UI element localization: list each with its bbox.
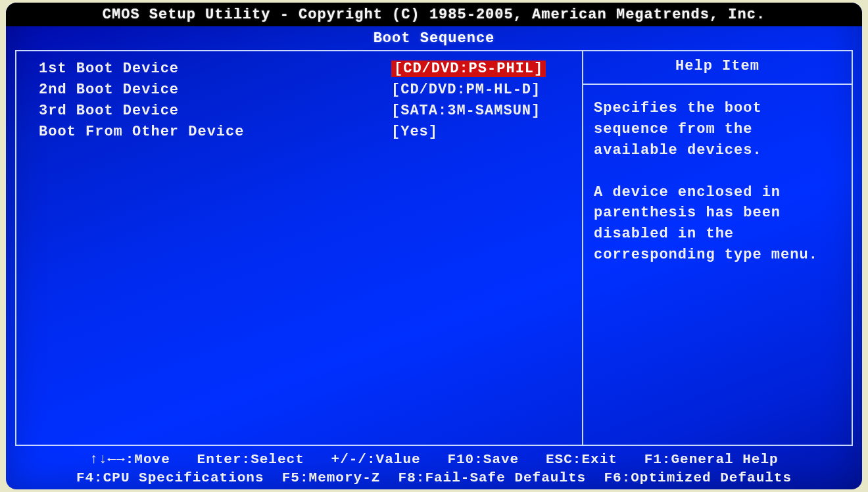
boot-from-other[interactable]: Boot From Other Device [Yes] — [39, 121, 575, 142]
boot-device-3[interactable]: 3rd Boot Device [SATA:3M-SAMSUN] — [39, 100, 575, 121]
title-text: CMOS Setup Utility - Copyright (C) 1985-… — [103, 7, 765, 23]
boot-device-2-label: 2nd Boot Device — [39, 82, 391, 98]
bios-screen: CMOS Setup Utility - Copyright (C) 1985-… — [6, 3, 862, 489]
key-legend-line-2: F4:CPU Specifications F5:Memory-Z F8:Fai… — [6, 469, 862, 487]
boot-device-2[interactable]: 2nd Boot Device [CD/DVD:PM-HL-D] — [39, 79, 575, 100]
boot-from-other-value: [Yes] — [391, 124, 438, 140]
help-body: Specifies the boot sequence from the ava… — [583, 85, 852, 276]
boot-from-other-label: Boot From Other Device — [39, 124, 391, 140]
boot-device-1-value: [CD/DVD:PS-PHIL] — [391, 61, 546, 77]
main-panel: 1st Boot Device [CD/DVD:PS-PHIL] 2nd Boo… — [15, 50, 853, 446]
page-subtitle: Boot Sequence — [6, 26, 862, 52]
help-title: Help Item — [583, 51, 852, 85]
help-pane: Help Item Specifies the boot sequence fr… — [583, 51, 852, 445]
boot-device-1[interactable]: 1st Boot Device [CD/DVD:PS-PHIL] — [39, 58, 575, 79]
title-bar: CMOS Setup Utility - Copyright (C) 1985-… — [6, 3, 862, 26]
boot-device-1-label: 1st Boot Device — [39, 61, 391, 77]
boot-device-3-value: [SATA:3M-SAMSUN] — [391, 103, 541, 119]
settings-pane: 1st Boot Device [CD/DVD:PS-PHIL] 2nd Boo… — [16, 51, 583, 445]
key-legend: ↑↓←→:Move Enter:Select +/-/:Value F10:Sa… — [6, 451, 862, 487]
boot-device-3-label: 3rd Boot Device — [39, 103, 391, 119]
boot-device-2-value: [CD/DVD:PM-HL-D] — [391, 82, 541, 98]
key-legend-line-1: ↑↓←→:Move Enter:Select +/-/:Value F10:Sa… — [6, 451, 862, 468]
